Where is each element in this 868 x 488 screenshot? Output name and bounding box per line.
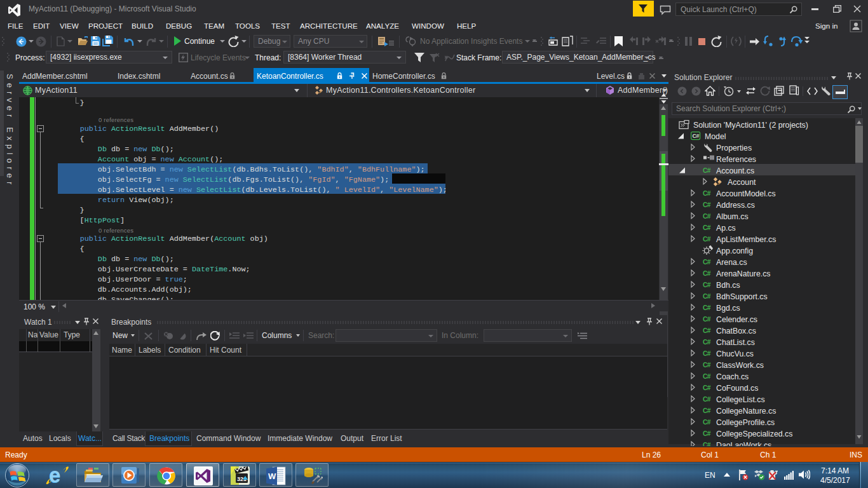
svg-text:Ap.cs: Ap.cs	[716, 224, 736, 233]
svg-text:References: References	[716, 155, 756, 164]
svg-text:ChatList.cs: ChatList.cs	[716, 338, 755, 347]
svg-text:App.config: App.config	[716, 247, 753, 255]
svg-text:Address.cs: Address.cs	[716, 201, 755, 210]
svg-text:AccountModel.cs: AccountModel.cs	[716, 189, 776, 198]
svg-text:Arena.cs: Arena.cs	[716, 258, 747, 267]
svg-text:C#: C#	[692, 133, 699, 139]
svg-text:BdhSupport.cs: BdhSupport.cs	[716, 292, 768, 301]
svg-text:Solution 'MyAction11' (2 proje: Solution 'MyAction11' (2 projects)	[693, 121, 808, 130]
svg-text:ChucVu.cs: ChucVu.cs	[716, 349, 754, 358]
svg-text:Account.cs: Account.cs	[716, 166, 754, 175]
svg-text:Account: Account	[728, 178, 756, 187]
svg-text:CollegeSpecialized.cs: CollegeSpecialized.cs	[716, 430, 792, 438]
svg-text:CollegeProfile.cs: CollegeProfile.cs	[716, 418, 775, 427]
svg-text:Celender.cs: Celender.cs	[716, 315, 757, 324]
svg-text:CollegeList.cs: CollegeList.cs	[716, 395, 765, 404]
svg-text:W: W	[268, 471, 276, 481]
svg-text:Bdh.cs: Bdh.cs	[716, 281, 740, 290]
svg-text:ChatBox.cs: ChatBox.cs	[716, 327, 756, 336]
svg-text:Properties: Properties	[716, 144, 752, 152]
svg-text:Model: Model	[705, 132, 726, 141]
svg-text:Bgd.cs: Bgd.cs	[716, 304, 740, 313]
svg-text:CoFound.cs: CoFound.cs	[716, 384, 758, 393]
svg-text:CollegeNature.cs: CollegeNature.cs	[716, 407, 776, 416]
svg-text:Coach.cs: Coach.cs	[716, 372, 749, 381]
svg-text:ClassWork.cs: ClassWork.cs	[716, 361, 764, 370]
svg-text:DaoLaoWork.cs: DaoLaoWork.cs	[716, 441, 771, 447]
svg-text:e: e	[49, 464, 60, 486]
svg-text:Album.cs: Album.cs	[716, 212, 749, 221]
svg-text:ArenaNature.cs: ArenaNature.cs	[716, 269, 770, 278]
svg-text:ApListMember.cs: ApListMember.cs	[716, 235, 776, 244]
